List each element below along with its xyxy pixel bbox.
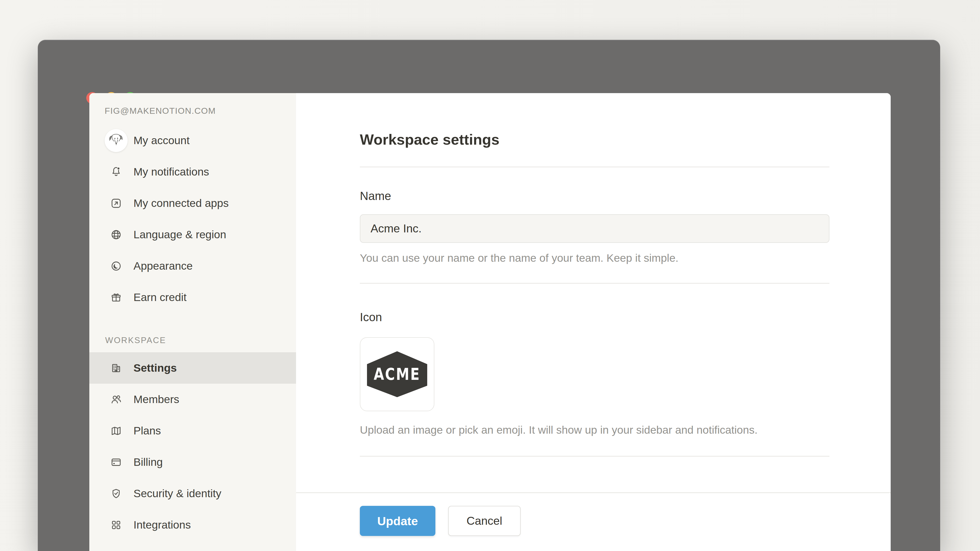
icon-field-label: Icon — [360, 310, 829, 324]
moon-icon — [105, 260, 127, 272]
sidebar-item-my-account[interactable]: My account — [89, 125, 296, 156]
settings-sidebar: FIG@MAKENOTION.COM — [89, 93, 296, 551]
divider — [360, 456, 829, 457]
arrow-up-right-square-icon — [105, 197, 127, 209]
globe-icon — [105, 229, 127, 241]
sidebar-item-label: My connected apps — [134, 197, 229, 210]
sidebar-item-appearance[interactable]: Appearance — [89, 250, 296, 282]
sidebar-item-label: Earn credit — [134, 291, 186, 303]
name-field-label: Name — [360, 189, 829, 203]
sidebar-item-label: My notifications — [134, 165, 209, 178]
divider — [360, 167, 829, 167]
sidebar-item-label: Integrations — [134, 519, 191, 531]
workspace-logo: ACME — [367, 351, 427, 397]
sidebar-item-billing[interactable]: Billing — [89, 446, 296, 478]
grid-icon — [105, 519, 127, 531]
sidebar-item-integrations[interactable]: Integrations — [89, 509, 296, 540]
sidebar-item-earn-credit[interactable]: Earn credit — [89, 282, 296, 313]
page-title: Workspace settings — [360, 131, 829, 148]
sidebar-item-label: Plans — [134, 424, 161, 437]
sidebar-personal-list: My account My notifications — [89, 125, 296, 313]
sidebar-item-security-identity[interactable]: Security & identity — [89, 478, 296, 509]
sidebar-item-members[interactable]: Members — [89, 384, 296, 415]
map-icon — [105, 425, 127, 437]
sidebar-item-label: Security & identity — [134, 487, 221, 500]
people-icon — [105, 394, 127, 405]
user-avatar — [105, 129, 127, 152]
workspace-settings-panel: Workspace settings Name You can use your… — [296, 93, 891, 551]
gift-icon — [105, 292, 127, 303]
update-button[interactable]: Update — [360, 506, 435, 536]
sidebar-item-label: Settings — [134, 362, 177, 374]
bell-icon — [105, 166, 127, 178]
dialog-footer: Update Cancel — [296, 492, 891, 536]
workspace-name-input[interactable] — [360, 214, 829, 243]
credit-card-icon — [105, 456, 127, 468]
sidebar-item-settings[interactable]: Settings — [89, 352, 296, 384]
icon-helper-text: Upload an image or pick an emoji. It wil… — [360, 422, 781, 438]
workspace-logo-text: ACME — [374, 365, 421, 384]
workspace-icon-picker[interactable]: ACME — [360, 337, 434, 411]
app-window: FIG@MAKENOTION.COM — [38, 40, 940, 551]
building-icon — [105, 362, 127, 374]
window-titlebar[interactable] — [38, 40, 940, 93]
sidebar-item-language-region[interactable]: Language & region — [89, 219, 296, 250]
sidebar-item-label: Members — [134, 393, 179, 406]
divider — [360, 283, 829, 284]
sidebar-item-label: Appearance — [134, 260, 192, 272]
sidebar-workspace-list: Settings Members — [89, 352, 296, 540]
account-email: FIG@MAKENOTION.COM — [105, 106, 296, 116]
sidebar-item-label: Language & region — [134, 228, 226, 241]
name-helper-text: You can use your name or the name of you… — [360, 250, 829, 266]
sidebar-item-label: Billing — [134, 456, 163, 468]
sidebar-item-plans[interactable]: Plans — [89, 415, 296, 446]
settings-dialog: FIG@MAKENOTION.COM — [89, 93, 891, 551]
sidebar-item-my-connected-apps[interactable]: My connected apps — [89, 187, 296, 219]
workspace-section-label: WORKSPACE — [105, 335, 296, 345]
shield-check-icon — [105, 488, 127, 499]
sidebar-item-my-notifications[interactable]: My notifications — [89, 156, 296, 187]
sidebar-item-label: My account — [134, 134, 189, 147]
cancel-button[interactable]: Cancel — [448, 506, 520, 536]
